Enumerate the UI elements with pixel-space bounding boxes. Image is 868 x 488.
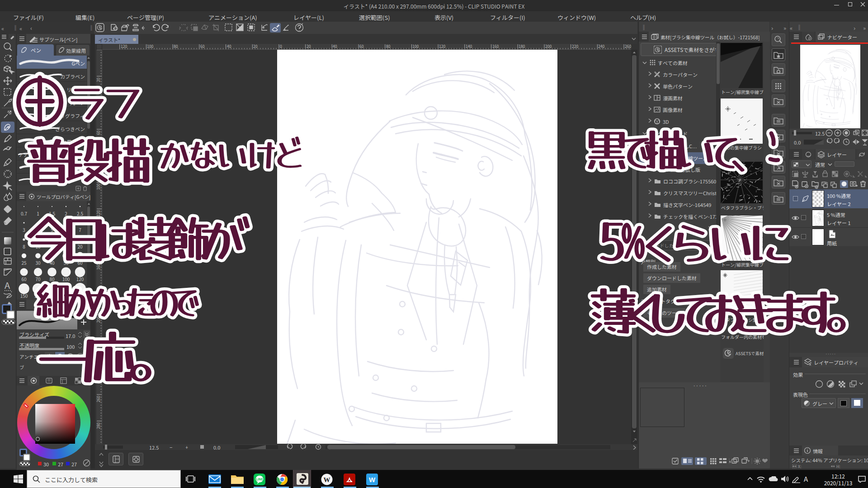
svg-text:かないけど: かないけど: [158, 127, 302, 177]
svg-text:ラフ: ラフ: [68, 69, 140, 129]
svg-text:5%くらいに: 5%くらいに: [599, 203, 789, 274]
svg-text:一応。: 一応。: [35, 313, 171, 396]
svg-text:普段描: 普段描: [24, 122, 150, 195]
svg-text:薄くしておきます。: 薄くしておきます。: [588, 272, 860, 346]
svg-text:今日は装飾が: 今日は装飾が: [24, 200, 250, 272]
svg-text:黒で描いて、: 黒で描いて、: [585, 116, 761, 180]
